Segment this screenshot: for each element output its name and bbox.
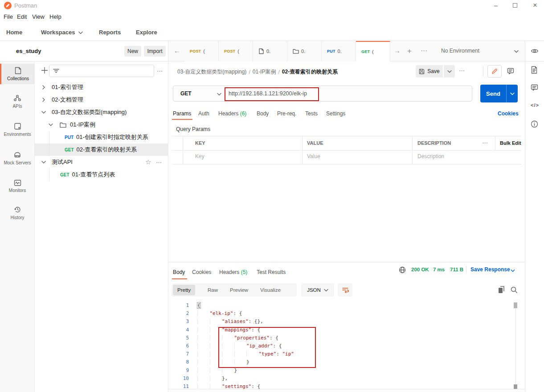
tab-back-button[interactable]: ← bbox=[174, 47, 180, 54]
req-tab-settings[interactable]: Settings bbox=[326, 110, 345, 117]
format-selector[interactable]: JSON bbox=[301, 283, 334, 297]
request-tab-3[interactable]: 0. bbox=[253, 41, 287, 61]
rail-label: APIs bbox=[12, 104, 22, 109]
send-label: Send bbox=[480, 85, 507, 102]
method-selector[interactable]: GET bbox=[180, 90, 192, 97]
tree-subfolder-ip-case[interactable]: 01-IP案例 bbox=[35, 118, 168, 131]
view-visualize[interactable]: Visualize bbox=[256, 285, 285, 295]
tree-request-get-nodes[interactable]: GET 01-查看节点列表 bbox=[35, 168, 168, 181]
environment-selector[interactable]: No Environment bbox=[441, 48, 479, 54]
main-panel: 03-自定义数据类型(mapping) / 01-IP案例 / 02-查看索引的… bbox=[168, 61, 525, 392]
nav-reports[interactable]: Reports bbox=[99, 29, 121, 36]
line-number: 1 bbox=[168, 302, 189, 310]
rail-label: History bbox=[10, 215, 24, 220]
view-raw[interactable]: Raw bbox=[203, 285, 222, 295]
value-input[interactable] bbox=[307, 153, 387, 159]
view-pretty[interactable]: Pretty bbox=[173, 285, 195, 295]
scrollbar-thumb[interactable] bbox=[514, 302, 517, 308]
rail-item-monitors[interactable]: Monitors bbox=[0, 176, 35, 196]
wrap-lines-button[interactable] bbox=[338, 283, 352, 297]
new-tab-button[interactable]: + bbox=[407, 47, 412, 56]
maximize-button[interactable] bbox=[511, 1, 519, 10]
nav-explore[interactable]: Explore bbox=[136, 29, 157, 36]
comments-icon[interactable] bbox=[531, 84, 538, 91]
menu-edit[interactable]: Edit bbox=[17, 13, 27, 20]
rail-item-environments[interactable]: Environments bbox=[0, 119, 35, 140]
view-preview[interactable]: Preview bbox=[225, 285, 253, 295]
edit-button[interactable] bbox=[487, 65, 502, 78]
breadcrumb-request[interactable]: 02-查看索引的映射关系 bbox=[282, 68, 338, 76]
tree-more-button[interactable]: ⋯ bbox=[156, 159, 162, 166]
star-icon[interactable]: ☆ bbox=[145, 158, 151, 166]
response-status[interactable]: 200 OK bbox=[411, 267, 429, 272]
add-collection-icon[interactable] bbox=[41, 67, 48, 74]
rail-item-apis[interactable]: APIs bbox=[0, 91, 35, 112]
resp-tab-test-results[interactable]: Test Results bbox=[257, 269, 286, 275]
tree-folder-index-mgmt[interactable]: 01-索引管理 bbox=[35, 81, 168, 94]
send-menu-button[interactable] bbox=[507, 85, 518, 102]
save-button[interactable]: Save bbox=[416, 65, 443, 78]
nav-home[interactable]: Home bbox=[6, 29, 22, 36]
req-tab-body[interactable]: Body bbox=[257, 110, 269, 117]
save-response-button[interactable]: Save Response bbox=[470, 266, 510, 273]
rail-item-history[interactable]: History bbox=[0, 203, 35, 223]
req-tab-params[interactable]: Params bbox=[173, 110, 191, 117]
breadcrumb-collection[interactable]: 03-自定义数据类型(mapping) bbox=[177, 68, 246, 76]
description-input[interactable] bbox=[417, 153, 498, 159]
tab-more-button[interactable]: ⋯ bbox=[421, 47, 427, 55]
resp-tab-body[interactable]: Body bbox=[173, 269, 185, 275]
key-input[interactable] bbox=[195, 153, 275, 159]
tree-folder-test-api[interactable]: 测试API ☆ ⋯ bbox=[35, 156, 168, 168]
comment-icon[interactable] bbox=[507, 68, 514, 74]
tab-forward-button[interactable]: → bbox=[394, 47, 401, 54]
resp-tab-cookies[interactable]: Cookies bbox=[192, 269, 211, 275]
req-tab-headers[interactable]: Headers (6) bbox=[218, 110, 246, 117]
save-menu-button[interactable] bbox=[443, 65, 455, 78]
request-tab-1[interactable]: POST( bbox=[184, 41, 219, 61]
request-tab-active[interactable]: GET( bbox=[356, 41, 390, 61]
close-button[interactable]: × bbox=[531, 1, 540, 10]
req-tab-prereq[interactable]: Pre-req. bbox=[277, 110, 296, 117]
save-label: Save bbox=[427, 68, 439, 74]
import-button[interactable]: Import bbox=[144, 46, 166, 57]
globe-icon[interactable] bbox=[399, 266, 406, 274]
breadcrumb-folder[interactable]: 01-IP案例 bbox=[253, 68, 276, 76]
send-button[interactable]: Send bbox=[480, 85, 518, 102]
active-tab-underline bbox=[172, 119, 192, 120]
rail-item-mock-servers[interactable]: Mock Servers bbox=[0, 148, 35, 169]
tree-request-put-create[interactable]: PUT 01-创建索引时指定映射关系 bbox=[35, 131, 168, 143]
minimize-button[interactable]: – bbox=[491, 1, 500, 10]
request-tab-2[interactable]: POST( bbox=[219, 41, 253, 61]
sidebar-filter-box[interactable] bbox=[49, 65, 154, 77]
cookies-link[interactable]: Cookies bbox=[498, 110, 519, 117]
req-tab-tests[interactable]: Tests bbox=[305, 110, 318, 117]
documentation-icon[interactable] bbox=[531, 66, 538, 74]
sidebar-more-button[interactable]: ⋯ bbox=[157, 68, 163, 74]
tree-folder-doc-mgmt[interactable]: 02-文档管理 bbox=[35, 94, 168, 106]
nav-workspaces[interactable]: Workspaces bbox=[41, 29, 75, 36]
workspace-name[interactable]: es_study bbox=[16, 48, 41, 54]
request-more-button[interactable]: ⋯ bbox=[459, 67, 465, 74]
req-tab-auth[interactable]: Auth bbox=[198, 110, 209, 117]
response-time[interactable]: 7 ms bbox=[433, 267, 445, 272]
menu-view[interactable]: View bbox=[32, 13, 45, 20]
request-tab-4[interactable]: 0. bbox=[287, 41, 322, 61]
menu-file[interactable]: File bbox=[4, 13, 13, 20]
rail-item-collections[interactable]: Collections bbox=[0, 64, 35, 84]
resp-tab-headers[interactable]: Headers (5) bbox=[219, 269, 247, 275]
new-button[interactable]: New bbox=[124, 46, 141, 57]
request-tab-5[interactable]: PUT0. bbox=[322, 41, 356, 61]
code-snippet-icon[interactable]: </> bbox=[531, 102, 539, 108]
menu-help[interactable]: Help bbox=[49, 13, 61, 20]
bulk-edit-button[interactable]: Bulk Edit bbox=[500, 140, 521, 146]
search-response-icon[interactable] bbox=[510, 286, 518, 294]
monitors-icon bbox=[14, 180, 21, 186]
tree-request-get-view-mapping[interactable]: GET 02-查看索引的映射关系 bbox=[35, 143, 168, 156]
response-size[interactable]: 711 B bbox=[450, 267, 463, 272]
environment-quicklook[interactable] bbox=[525, 41, 544, 61]
tree-label: 02-文档管理 bbox=[52, 96, 83, 104]
info-icon[interactable] bbox=[531, 120, 538, 128]
tree-folder-mapping[interactable]: 03-自定义数据类型(mapping) bbox=[35, 106, 168, 118]
copy-icon[interactable] bbox=[498, 286, 505, 294]
table-more-button[interactable]: ⋯ bbox=[482, 139, 488, 146]
